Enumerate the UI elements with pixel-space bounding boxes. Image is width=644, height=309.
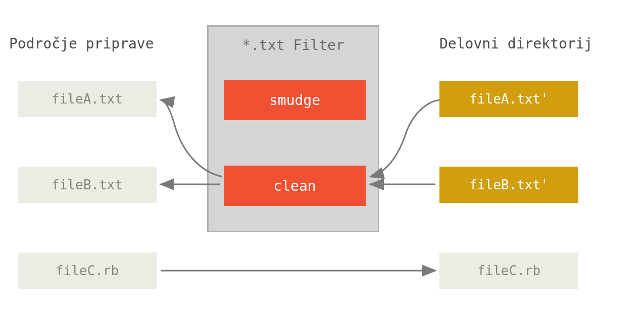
smudge-filter-box: smudge bbox=[224, 80, 366, 120]
header-left: Področje priprave bbox=[9, 35, 154, 52]
left-file-a: fileA.txt bbox=[18, 81, 157, 117]
filter-container: *.txt Filter smudge clean bbox=[207, 25, 379, 232]
right-file-c: fileC.rb bbox=[439, 252, 578, 289]
header-right: Delovni direktorij bbox=[439, 35, 592, 52]
arrow-fileA-right-to-clean bbox=[370, 100, 439, 177]
right-file-b: fileB.txt' bbox=[439, 167, 578, 203]
left-file-c: fileC.rb bbox=[18, 252, 157, 289]
right-file-a: fileA.txt' bbox=[439, 81, 578, 117]
left-file-b: fileB.txt bbox=[18, 167, 157, 203]
clean-filter-box: clean bbox=[224, 166, 366, 206]
filter-title: *.txt Filter bbox=[209, 37, 378, 54]
